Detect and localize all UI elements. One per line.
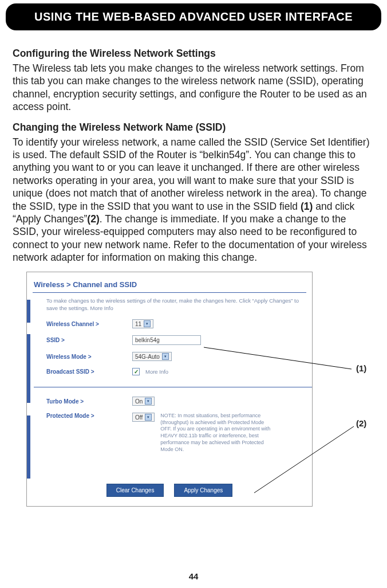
page-number: 44 xyxy=(0,571,387,581)
callout-ref-2: (2) xyxy=(87,213,99,225)
section-2-heading: Changing the Wireless Network Name (SSID… xyxy=(13,121,374,134)
form-area: Wireless Channel > 11 ▾ SSID > belkin54g… xyxy=(27,312,312,456)
row-mode: Wireless Mode > 54G-Auto ▾ xyxy=(46,348,305,364)
label-ssid: SSID > xyxy=(46,337,132,343)
more-info-link[interactable]: More Info xyxy=(145,369,168,375)
select-turbo[interactable]: On ▾ xyxy=(132,397,155,406)
callout-2-label: (2) xyxy=(356,418,366,428)
label-mode: Wireless Mode > xyxy=(46,354,132,360)
select-channel-value: 11 xyxy=(135,321,141,327)
row-protected: Protected Mode > Off ▾ NOTE: In most sit… xyxy=(46,409,305,456)
label-channel: Wireless Channel > xyxy=(46,321,132,327)
select-protected-value: Off xyxy=(135,414,143,421)
sidebar-stripe xyxy=(27,415,30,479)
select-turbo-value: On xyxy=(135,398,143,405)
select-protected[interactable]: Off ▾ xyxy=(132,413,155,422)
router-ui: Wireless > Channel and SSID To make chan… xyxy=(26,272,313,507)
select-mode[interactable]: 54G-Auto ▾ xyxy=(132,352,172,361)
button-row: Clear Changes Apply Changes xyxy=(27,484,312,497)
row-ssid: SSID > belkin54g xyxy=(46,332,305,348)
page-content: Configuring the Wireless Network Setting… xyxy=(0,30,387,507)
label-broadcast: Broadcast SSID > xyxy=(46,369,132,375)
breadcrumb: Wireless > Channel and SSID xyxy=(27,272,312,291)
input-ssid[interactable]: belkin54g xyxy=(132,335,201,345)
section-2-body: To identify your wireless network, a nam… xyxy=(13,136,374,264)
select-mode-value: 54G-Auto xyxy=(135,354,160,360)
clear-changes-button[interactable]: Clear Changes xyxy=(106,484,164,497)
label-turbo: Turbo Mode > xyxy=(46,398,132,405)
sidebar-stripe xyxy=(27,334,30,403)
divider xyxy=(33,292,306,293)
select-channel[interactable]: 11 ▾ xyxy=(132,319,153,328)
callout-1-label: (1) xyxy=(356,363,366,373)
chevron-down-icon: ▾ xyxy=(144,320,151,327)
apply-changes-button[interactable]: Apply Changes xyxy=(174,484,232,497)
sidebar-stripe xyxy=(27,300,30,323)
page-header: USING THE WEB-BASED ADVANCED USER INTERF… xyxy=(6,3,381,30)
chevron-down-icon: ▾ xyxy=(145,414,152,421)
section-1-body: The Wireless tab lets you make changes t… xyxy=(13,62,374,113)
label-protected: Protected Mode > xyxy=(46,413,132,419)
divider xyxy=(34,387,313,387)
checkbox-broadcast[interactable]: ✓ xyxy=(132,368,140,375)
row-channel: Wireless Channel > 11 ▾ xyxy=(46,316,305,332)
help-text: To make changes to the wireless settings… xyxy=(27,297,312,312)
protected-note: NOTE: In most situations, best performan… xyxy=(160,413,275,453)
chevron-down-icon: ▾ xyxy=(145,398,152,405)
router-screenshot-wrap: Wireless > Channel and SSID To make chan… xyxy=(26,272,374,507)
callout-ref-1: (1) xyxy=(301,201,313,212)
chevron-down-icon: ▾ xyxy=(162,353,169,360)
row-turbo: Turbo Mode > On ▾ xyxy=(46,393,305,409)
row-broadcast: Broadcast SSID > ✓ More Info xyxy=(46,364,305,379)
section-1-heading: Configuring the Wireless Network Setting… xyxy=(13,48,374,60)
